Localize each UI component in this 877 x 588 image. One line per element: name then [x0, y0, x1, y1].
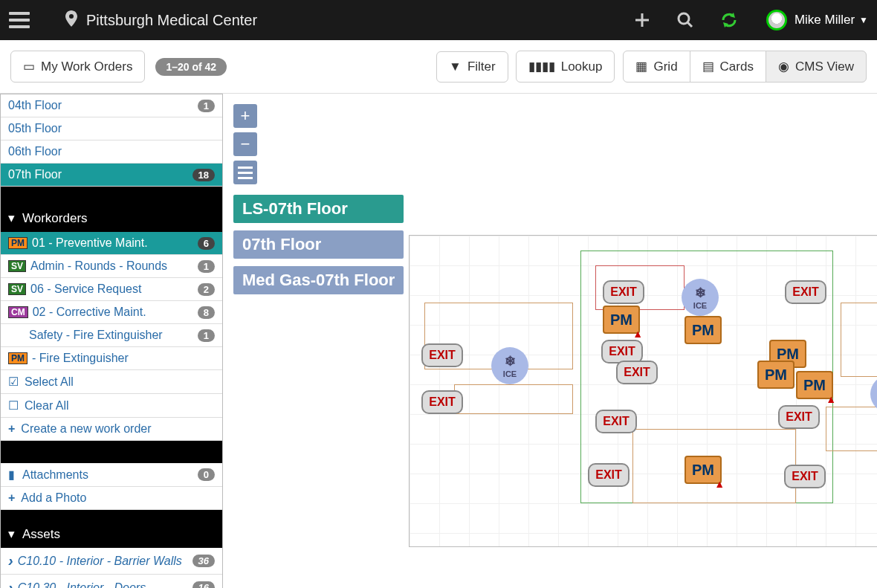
clear-all-action[interactable]: ☐Clear All — [1, 394, 222, 418]
wo-tag: PM — [8, 352, 27, 364]
grid-icon: ▦ — [635, 59, 647, 74]
workorder-item[interactable]: CM02 - Corrective Maint.8 — [1, 301, 222, 324]
wo-label: 01 - Preventive Maint. — [32, 236, 148, 250]
square-icon: ☐ — [8, 398, 19, 413]
cards-icon: ▤ — [702, 59, 714, 74]
plus-icon: + — [8, 422, 15, 436]
cms-view-button[interactable]: ◉CMS View — [766, 51, 867, 83]
grid-view-button[interactable]: ▦Grid — [623, 51, 690, 83]
attachments-count: 0 — [198, 468, 215, 481]
attachments-row[interactable]: ▮Attachments0 — [1, 463, 222, 487]
workorders-header[interactable]: Workorders — [1, 204, 222, 232]
spacer — [1, 187, 222, 204]
location-title: Pittsburgh Medical Center — [86, 12, 257, 29]
floor-label: 07th Floor — [8, 168, 62, 181]
layer-label-ls[interactable]: LS-07th Floor — [233, 195, 404, 223]
zoom-in-button[interactable]: + — [233, 104, 257, 128]
wo-count: 2 — [198, 283, 215, 296]
chevron-right-icon — [8, 552, 18, 569]
lookup-button[interactable]: ▮▮▮▮ Lookup — [516, 51, 615, 83]
map-marker-pm[interactable]: PM — [757, 361, 795, 389]
view-toggle: ▦Grid ▤Cards ◉CMS View — [624, 51, 867, 83]
asset-count: 16 — [192, 581, 215, 588]
wo-tag: SV — [8, 260, 26, 272]
workorder-item[interactable]: SVAdmin - Rounds - Rounds1 — [1, 255, 222, 278]
map-marker-exit[interactable]: EXIT — [603, 280, 644, 304]
pagination-badge: 1–20 of 42 — [155, 58, 227, 76]
spacer — [1, 510, 222, 520]
floorplan[interactable]: EXITEXITPMPMICEEXITEXITEXITICEPMPMPMEXIT… — [409, 235, 877, 547]
map-marker-pm[interactable]: PM — [685, 456, 722, 484]
wo-label: - Fire Extinguisher — [32, 352, 129, 365]
wo-tag: SV — [8, 283, 26, 295]
grid-label: Grid — [653, 59, 677, 74]
cms-label: CMS View — [795, 59, 854, 74]
map-marker-ice[interactable]: ICE — [682, 279, 719, 316]
wo-count: 8 — [198, 306, 215, 319]
location-pin-icon — [65, 10, 77, 30]
asset-label: C10.10 - Interior - Barrier Walls — [18, 555, 182, 568]
map-area[interactable]: + − LS-07th Floor 07th Floor Med Gas-07t… — [223, 94, 877, 588]
create-wo-label: Create a new work order — [21, 422, 151, 436]
plus-icon: + — [8, 491, 15, 505]
workorder-item[interactable]: PM- Fire Extinguisher — [1, 347, 222, 370]
my-workorders-button[interactable]: ▭ My Work Orders — [10, 51, 145, 83]
spacer — [1, 441, 222, 463]
wo-label: 06 - Service Request — [30, 282, 141, 296]
workorders-head-label: Workorders — [22, 211, 88, 226]
floor-item[interactable]: 04th Floor1 — [1, 94, 222, 117]
refresh-icon[interactable] — [720, 11, 738, 29]
wo-tag: CM — [8, 306, 28, 318]
map-marker-exit[interactable]: EXIT — [421, 390, 463, 414]
wo-label: 02 - Corrective Maint. — [33, 306, 146, 319]
cards-view-button[interactable]: ▤Cards — [690, 51, 766, 83]
search-icon[interactable] — [677, 12, 693, 28]
menu-icon[interactable] — [9, 12, 30, 28]
map-marker-exit[interactable]: EXIT — [588, 463, 630, 487]
map-marker-exit[interactable]: EXIT — [784, 465, 826, 488]
attachments-label: Attachments — [22, 468, 88, 482]
cards-label: Cards — [720, 59, 754, 74]
map-marker-exit[interactable]: EXIT — [778, 405, 820, 429]
map-marker-exit[interactable]: EXIT — [595, 410, 637, 433]
layer-label-floor[interactable]: 07th Floor — [233, 230, 404, 259]
map-controls: + − — [233, 104, 257, 184]
map-marker-exit[interactable]: EXIT — [616, 361, 658, 384]
map-marker-exit[interactable]: EXIT — [421, 343, 463, 367]
layer-label-medgas[interactable]: Med Gas-07th Floor — [233, 266, 404, 294]
user-menu[interactable]: Mike Miller ▼ — [766, 10, 868, 30]
floor-item[interactable]: 07th Floor18 — [1, 164, 222, 187]
floor-count: 1 — [198, 100, 215, 112]
file-icon: ▮ — [8, 468, 15, 482]
globe-icon: ◉ — [778, 59, 789, 74]
floor-item[interactable]: 05th Floor — [1, 117, 222, 140]
add-icon[interactable] — [634, 12, 650, 28]
wo-count: 1 — [198, 260, 215, 273]
sidebar: 04th Floor105th Floor06th Floor07th Floo… — [0, 94, 223, 588]
asset-count: 36 — [192, 555, 215, 567]
wo-tag: PM — [8, 237, 27, 249]
map-marker-ice[interactable]: ICE — [491, 347, 528, 384]
layers-button[interactable] — [233, 161, 257, 184]
map-marker-pm[interactable]: PM — [796, 371, 833, 399]
filter-button[interactable]: ▼ Filter — [436, 51, 508, 83]
assets-header[interactable]: Assets — [1, 520, 222, 548]
asset-item[interactable]: C10.30 - Interior - Doors16 — [1, 575, 222, 588]
create-workorder-action[interactable]: +Create a new work order — [1, 418, 222, 441]
select-all-action[interactable]: ☑Select All — [1, 370, 222, 394]
layer-labels: LS-07th Floor 07th Floor Med Gas-07th Fl… — [233, 195, 404, 294]
zoom-out-button[interactable]: − — [233, 132, 257, 156]
svg-point-0 — [679, 13, 689, 24]
map-marker-pm[interactable]: PM — [603, 306, 640, 334]
wo-count: 6 — [198, 237, 215, 250]
floor-item[interactable]: 06th Floor — [1, 140, 222, 164]
add-photo-action[interactable]: +Add a Photo — [1, 487, 222, 510]
map-marker-pm[interactable]: PM — [685, 316, 722, 344]
floor-label: 04th Floor — [8, 99, 62, 112]
select-all-label: Select All — [25, 375, 74, 389]
workorder-item[interactable]: Safety - Fire Extinguisher1 — [1, 324, 222, 347]
workorder-item[interactable]: SV06 - Service Request2 — [1, 278, 222, 301]
map-marker-exit[interactable]: EXIT — [785, 280, 826, 304]
asset-item[interactable]: C10.10 - Interior - Barrier Walls36 — [1, 548, 222, 575]
workorder-item[interactable]: PM01 - Preventive Maint.6 — [1, 232, 222, 255]
